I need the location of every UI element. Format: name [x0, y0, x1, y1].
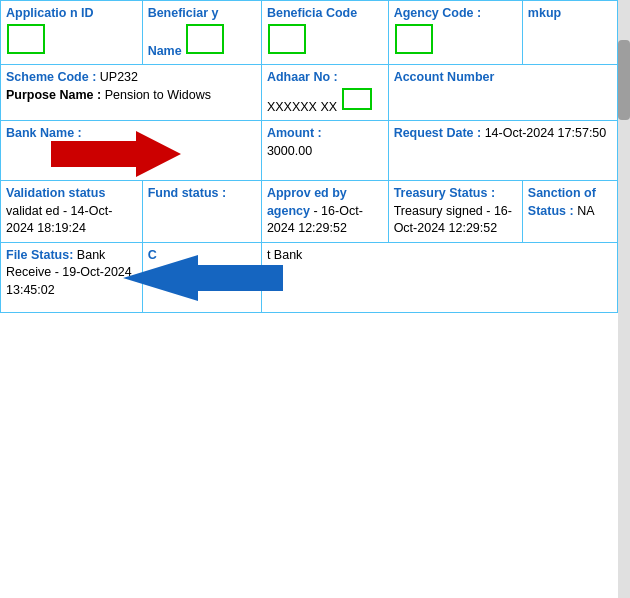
application-id-cell: Applicatio n ID [1, 1, 143, 65]
approved-by-cell: Approv ed by agency - 16-Oct-2024 12:29:… [261, 181, 388, 243]
scrollbar[interactable] [618, 0, 630, 598]
adhaar-cell: Adhaar No : XXXXXX XX [261, 65, 388, 121]
account-number-cell: Account Number [388, 65, 617, 121]
arrow-left-indicator [123, 253, 283, 309]
bank-name-cell: Bank Name : [1, 121, 262, 181]
beneficiary-code-label: Beneficia Code [267, 6, 357, 20]
scheme-label: Scheme Code : [6, 70, 96, 84]
application-id-box[interactable] [7, 24, 45, 54]
purpose-name-value: Purpose Name : Pension to Widows [6, 88, 211, 102]
mkup-cell: mkup [522, 1, 617, 65]
validation-status-value: validat ed - 14-Oct-2024 18:19:24 [6, 204, 112, 236]
mkup-label: mkup [528, 6, 561, 20]
amount-cell: Amount : 3000.00 [261, 121, 388, 181]
request-date-value: 14-Oct-2024 17:57:50 [485, 126, 607, 140]
treasury-status-value: Treasury signed - 16-Oct-2024 12:29:52 [394, 204, 512, 236]
amount-value: 3000.00 [267, 144, 312, 158]
svg-marker-0 [51, 131, 181, 177]
agency-code-cell: Agency Code : [388, 1, 522, 65]
request-date-cell: Request Date : 14-Oct-2024 17:57:50 [388, 121, 617, 181]
right-arrow-svg [51, 129, 181, 179]
beneficiary-code-box[interactable] [268, 24, 306, 54]
sanction-status-cell: Sanction of Status : NA [522, 181, 617, 243]
fund-status-label: Fund status : [148, 186, 226, 200]
amount-label: Amount : [267, 126, 322, 140]
arrow-left-cell: C [142, 242, 261, 312]
arrow-right-indicator [51, 129, 181, 185]
file-status-label: File Status: [6, 248, 73, 262]
beneficiary-code-cell: Beneficia Code [261, 1, 388, 65]
agency-code-label: Agency Code : [394, 6, 482, 20]
request-date-label: Request Date : [394, 126, 482, 140]
adhaar-label: Adhaar No : [267, 70, 338, 84]
beneficiary-name-cell: Beneficiar y Name [142, 1, 261, 65]
beneficiary-name-box[interactable] [186, 24, 224, 54]
validation-status-label: Validation status [6, 186, 105, 200]
validation-status-cell: Validation status validat ed - 14-Oct-20… [1, 181, 143, 243]
treasury-status-label: Treasury Status : [394, 186, 495, 200]
main-table: Applicatio n ID Beneficiar y Name Benefi… [0, 0, 618, 313]
agency-code-box[interactable] [395, 24, 433, 54]
sanction-status-value: NA [577, 204, 594, 218]
account-number-label: Account Number [394, 70, 495, 84]
application-id-label: Applicatio n ID [6, 6, 94, 20]
adhaar-box[interactable] [342, 88, 372, 110]
t-bank-cell: t Bank [261, 242, 617, 312]
file-status-cell: File Status: Bank Receive - 19-Oct-2024 … [1, 242, 143, 312]
svg-marker-1 [123, 255, 283, 301]
fund-status-cell: Fund status : [142, 181, 261, 243]
treasury-status-cell: Treasury Status : Treasury signed - 16-O… [388, 181, 522, 243]
adhaar-value: XXXXXX XX [267, 100, 337, 114]
scheme-value: UP232 [100, 70, 138, 84]
scroll-thumb[interactable] [618, 40, 630, 120]
scheme-cell: Scheme Code : UP232 Purpose Name : Pensi… [1, 65, 262, 121]
left-arrow-svg [123, 253, 283, 303]
